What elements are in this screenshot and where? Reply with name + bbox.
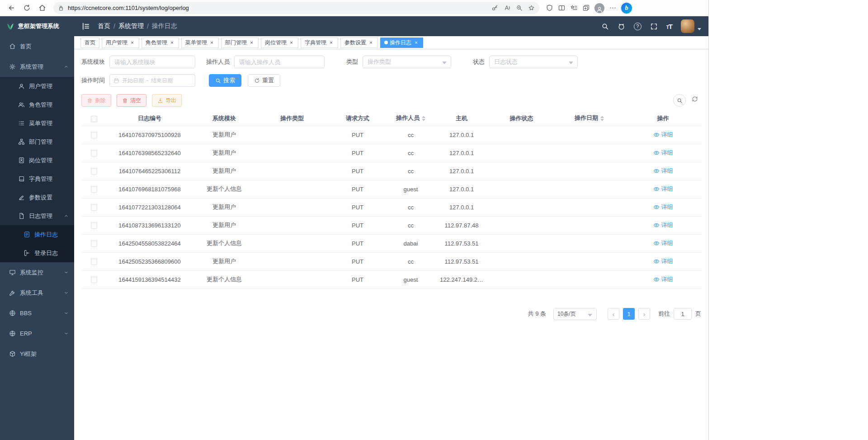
status-select[interactable]: 日志状态	[489, 56, 578, 68]
operator-input[interactable]	[234, 56, 325, 68]
tab[interactable]: 操作日志 ×	[380, 38, 423, 48]
tab[interactable]: 字典管理 ×	[301, 38, 338, 48]
breadcrumb-home[interactable]: 首页	[98, 22, 110, 30]
github-icon[interactable]	[618, 23, 625, 30]
detail-link[interactable]: 详细	[653, 203, 673, 211]
clear-button[interactable]: 清空	[117, 94, 146, 107]
sidebar-item-system-monitor[interactable]: 系统监控	[0, 262, 74, 283]
sidebar-item-oper-log[interactable]: 操作日志	[0, 225, 74, 244]
detail-link[interactable]: 详细	[653, 239, 673, 247]
type-select[interactable]: 操作类型	[363, 56, 451, 68]
browser-essentials-icon[interactable]	[546, 4, 553, 12]
goto-page-input[interactable]	[674, 308, 692, 320]
page-size-select[interactable]: 10条/页	[553, 308, 597, 320]
sidebar-item-param-settings[interactable]: 参数设置	[0, 188, 74, 207]
sidebar-item-system-management[interactable]: 系统管理	[0, 57, 74, 77]
add-favorite-star-icon[interactable]	[528, 5, 535, 11]
row-checkbox[interactable]	[91, 204, 97, 211]
sidebar-item-menu-management[interactable]: 菜单管理	[0, 114, 74, 132]
tab-close-icon[interactable]: ×	[328, 40, 334, 46]
row-checkbox[interactable]	[91, 168, 97, 175]
row-checkbox[interactable]	[91, 186, 97, 193]
zoom-out-icon[interactable]	[516, 5, 523, 11]
sidebar-item-role-management[interactable]: 角色管理	[0, 95, 74, 114]
tab[interactable]: 首页 ×	[80, 38, 99, 48]
sidebar-item-home[interactable]: 首页	[0, 36, 74, 57]
browser-refresh-button[interactable]	[20, 2, 33, 14]
sidebar-item-log-management[interactable]: 日志管理	[0, 207, 74, 225]
tab[interactable]: 部门管理 ×	[221, 38, 259, 48]
tab[interactable]: 角色管理 ×	[142, 38, 179, 48]
prev-page-button[interactable]: ‹	[608, 308, 619, 320]
row-checkbox[interactable]	[91, 150, 97, 156]
sidebar-item-user-management[interactable]: 用户管理	[0, 77, 74, 95]
row-checkbox[interactable]	[91, 259, 97, 265]
detail-link[interactable]: 详细	[653, 149, 673, 157]
reset-button[interactable]: 重置	[248, 74, 280, 87]
tab-close-icon[interactable]: ×	[169, 40, 175, 46]
browser-address-bar[interactable]: https://ccnetcore.com:1101/system/log/op…	[53, 2, 539, 14]
row-checkbox[interactable]	[91, 241, 97, 247]
export-button[interactable]: 导出	[152, 94, 182, 107]
module-input[interactable]	[109, 56, 195, 68]
row-checkbox[interactable]	[91, 277, 97, 283]
browser-back-button[interactable]	[5, 2, 18, 14]
tab[interactable]: 菜单管理 ×	[181, 38, 219, 48]
copilot-bing-icon[interactable]: b	[621, 3, 632, 14]
detail-link[interactable]: 详细	[653, 275, 673, 284]
favorites-icon[interactable]	[570, 4, 578, 12]
row-checkbox[interactable]	[91, 222, 97, 229]
tab[interactable]: 岗位管理 ×	[261, 38, 298, 48]
detail-link[interactable]: 详细	[653, 131, 673, 139]
user-avatar[interactable]	[681, 19, 694, 33]
sidebar-item-yi-framework[interactable]: Yi框架	[0, 344, 74, 364]
detail-link[interactable]: 详细	[653, 257, 673, 265]
split-screen-icon[interactable]	[558, 4, 566, 12]
detail-link[interactable]: 详细	[653, 221, 673, 229]
header-search-icon[interactable]	[601, 23, 609, 30]
help-icon[interactable]: ?	[634, 23, 642, 30]
collections-icon[interactable]	[582, 4, 590, 12]
browser-more-options-icon[interactable]	[609, 4, 617, 12]
sidebar-item-login-log[interactable]: 登录日志	[0, 244, 74, 262]
edit-icon	[18, 194, 25, 201]
font-size-icon[interactable]: TT	[666, 23, 672, 30]
delete-button[interactable]: 删除	[81, 94, 111, 107]
browser-home-button[interactable]	[35, 2, 49, 14]
detail-link[interactable]: 详细	[653, 185, 673, 193]
sidebar-item-bbs[interactable]: BBS	[0, 303, 74, 323]
detail-link[interactable]: 详细	[653, 167, 673, 175]
sidebar-item-erp[interactable]: ERP	[0, 323, 74, 344]
sort-carets-icon[interactable]	[422, 114, 425, 123]
tab[interactable]: 参数设置 ×	[340, 38, 378, 48]
sidebar-item-post-management[interactable]: 岗位管理	[0, 151, 74, 170]
tab-close-icon[interactable]: ×	[129, 40, 135, 46]
read-aloud-icon[interactable]	[504, 5, 510, 11]
next-page-button[interactable]: ›	[638, 308, 650, 320]
row-checkbox[interactable]	[91, 132, 97, 138]
col-date[interactable]: 操作日期	[554, 111, 624, 126]
tab-close-icon[interactable]: ×	[288, 40, 294, 46]
password-key-icon[interactable]	[491, 5, 498, 11]
tab-close-icon[interactable]: ×	[209, 40, 215, 46]
breadcrumb-system[interactable]: 系统管理	[118, 22, 144, 30]
page-1-button[interactable]: 1	[623, 308, 635, 320]
toggle-search-button[interactable]	[673, 94, 686, 107]
tab-close-icon[interactable]: ×	[413, 40, 419, 46]
select-all-checkbox[interactable]	[91, 116, 97, 122]
search-button[interactable]: 搜索	[209, 74, 241, 87]
fullscreen-icon[interactable]	[650, 23, 658, 30]
sidebar-item-dict-management[interactable]: 字典管理	[0, 170, 74, 188]
col-operator[interactable]: 操作人员	[387, 111, 434, 126]
refresh-table-button[interactable]	[691, 95, 701, 105]
tab-close-icon[interactable]: ×	[368, 40, 374, 46]
sort-carets-icon[interactable]	[600, 114, 604, 123]
sidebar-item-dept-management[interactable]: 部门管理	[0, 132, 74, 151]
sidebar-item-system-tools[interactable]: 系统工具	[0, 283, 74, 303]
tab-close-icon[interactable]: ×	[249, 40, 255, 46]
tab[interactable]: 用户管理 ×	[102, 38, 139, 48]
browser-profile-avatar[interactable]	[594, 3, 604, 13]
collapse-sidebar-icon[interactable]	[81, 22, 90, 31]
date-range-picker[interactable]: 开始日期 - 结束日期	[109, 74, 195, 87]
cell-method: PUT	[328, 162, 387, 180]
